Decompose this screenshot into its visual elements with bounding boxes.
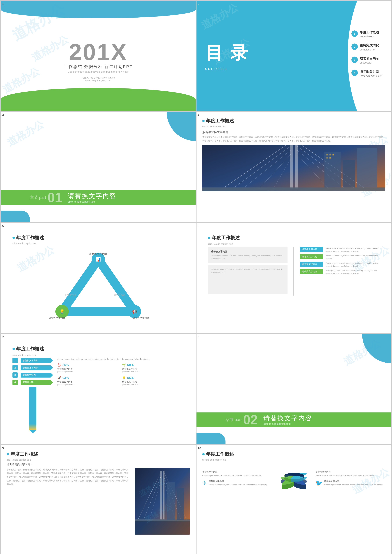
slide10-bird-text: 请替换文字内容 Please replacement, click and ad… bbox=[324, 480, 383, 486]
slide7-badge-2: 2 bbox=[13, 365, 18, 370]
slide1-reporter: 汇报人：道格办公 report person www.daogebangong.… bbox=[82, 76, 115, 82]
slide8-sub-text: click to add caption text bbox=[263, 422, 312, 426]
slide6-btn-1: 请替换文字内容 bbox=[300, 247, 323, 253]
slide2-item-text-3: 成功项目展示 successful bbox=[360, 56, 379, 65]
slide7-badge-1: 1 bbox=[13, 358, 18, 363]
slide7-right: please replace text, click and add text … bbox=[57, 358, 184, 430]
svg-text:💡: 💡 bbox=[59, 309, 64, 314]
svg-text:请替换文字内容: 请替换文字内容 bbox=[114, 294, 125, 296]
svg-text:📊: 📊 bbox=[96, 257, 101, 262]
slide6-row-2: 请替换文字内容 Please replacement, click and ad… bbox=[300, 254, 379, 260]
svg-rect-44 bbox=[135, 521, 190, 535]
slide-2: 2 道格办公 道格办公 目 录 contents 1 年度工作概述 annual… bbox=[196, 1, 391, 111]
slide6-blue-btn-2: 请替换文字内容 bbox=[300, 262, 323, 267]
slide6-left: 请替换文字内容 Please replacement, click and ad… bbox=[208, 247, 288, 296]
slide10-bird-icon: 🐦 bbox=[315, 480, 323, 487]
slide10-title: 年度工作概述 bbox=[206, 451, 234, 457]
slide1-en-subtitle: Job summary data analysis plan ppt in th… bbox=[68, 70, 128, 73]
slide7-list-row-3: 3 请替换文字内 bbox=[13, 372, 53, 378]
slide5-title: 年度工作概述 bbox=[16, 235, 44, 241]
slide3-wave-bl bbox=[1, 211, 30, 222]
slide7-icon-pct-row-2: 🌱 60% bbox=[122, 363, 134, 367]
slide2-item-text-1: 年度工作概述 annual work bbox=[360, 30, 379, 39]
slide6-green-btn-1: 请替换文字内容 bbox=[300, 254, 323, 259]
slide10-label-bird: 请替换文字内容 bbox=[324, 480, 383, 483]
slide4-image bbox=[202, 145, 385, 191]
slide4-body-title: 点击请替换文字内容 bbox=[202, 130, 385, 134]
slide8-green-bar: 章节 part 02 请替换文字内容 click to add caption … bbox=[196, 412, 391, 427]
slide7-icon-text-4: please replace text... bbox=[122, 383, 140, 386]
slide6-btn-3: 请替换文字内容 bbox=[300, 262, 323, 268]
slide6-box1-title: 请替换文字内容 bbox=[211, 250, 285, 254]
slide7-content: 1 请替换文字内容 2 请替换文字内容 3 请替换文字内 4 请替换文字 bbox=[7, 358, 190, 430]
slide8-part-label: 章节 part bbox=[225, 417, 242, 422]
slide2-item-3: 3 成功项目展示 successful bbox=[351, 56, 382, 65]
slide7-pct-3: 93% bbox=[63, 376, 69, 380]
slide7-icon-text-3: please replace text... bbox=[57, 383, 75, 386]
slide8-main-text: 请替换文字内容 bbox=[263, 414, 312, 422]
slide4-title: 年度工作概述 bbox=[206, 118, 234, 124]
slide9-click-text: 点击请替换文字内容： bbox=[7, 463, 190, 466]
slide1-wave-bottom bbox=[1, 88, 196, 111]
slide1-wave-top bbox=[1, 1, 196, 18]
slide6-green-btn-2: 请替换文字内容 bbox=[300, 269, 323, 274]
slide9-title-dot bbox=[7, 453, 9, 455]
slide7-icon-4: 💡 55% 请替换文字内容 please replace text... bbox=[122, 376, 184, 386]
slide7-icon-2: 🌱 60% 请替换文字内容 please replace text... bbox=[122, 363, 184, 373]
slide7-icon-3: 🚀 93% 请替换文字内容 please replace text... bbox=[57, 376, 119, 386]
slide1-year: 201X bbox=[69, 39, 128, 65]
slide8-wave-tr bbox=[362, 334, 391, 363]
slide7-icon-label-4: 请替换文字内容 bbox=[122, 380, 137, 383]
slide7-icons-grid: ⏰ 35% 请替换文字内容 please replace text... 🌱 6… bbox=[57, 363, 184, 386]
slide6-title: 年度工作概述 bbox=[212, 235, 240, 241]
slide6-row-4: 请替换文字内容 三请替换文字内容, click and add text hea… bbox=[300, 269, 379, 275]
slide5-title-bar: 年度工作概述 bbox=[7, 229, 190, 241]
slide8-part-num: 02 bbox=[243, 412, 258, 427]
slide2-circle-2: 2 bbox=[351, 43, 358, 50]
slide-number-1: 1 bbox=[2, 2, 4, 6]
svg-rect-18 bbox=[329, 154, 331, 156]
slide7-right-desc: please replace text, click and add text … bbox=[57, 358, 184, 360]
slide4-bridge-svg bbox=[202, 145, 385, 191]
slide6-row-3: 请替换文字内容 Please replacement, click and ad… bbox=[300, 262, 379, 268]
slide10-label-r1: 请替换文字内容 bbox=[315, 471, 385, 473]
slide3-wave-tr bbox=[167, 112, 196, 141]
slide7-list-row-1: 1 请替换文字内容 bbox=[13, 358, 53, 363]
slide10-label-plane: 请替换文字内容 bbox=[209, 480, 268, 483]
slide-number-3: 3 bbox=[2, 113, 4, 117]
slide10-left: 请替换文字内容 Please replacement, click and ad… bbox=[202, 471, 272, 490]
slide2-item-text-2: 亟待完成情况 completion of bbox=[360, 43, 379, 52]
slide6-btn-2: 请替换文字内容 bbox=[300, 254, 323, 260]
slide9-title: 年度工作概述 bbox=[10, 451, 38, 457]
slide4-body-text: 请替换文字内容，双击可编辑文字内容，请替换文字内容，双击可编辑文字内容，定击可编… bbox=[202, 135, 385, 142]
slide6-divider bbox=[293, 247, 294, 296]
svg-rect-16 bbox=[357, 148, 377, 187]
slide-number-4: 4 bbox=[198, 113, 199, 117]
slide5-triangle-svg: 📊 💡 📢 请替换文字内容 请替换文字内容 请替换文字内容 请替换文字内容 请替… bbox=[48, 251, 149, 323]
slide10-caption: click to add caption text bbox=[202, 459, 385, 461]
slide6-text-2: Please replacement, click and add text h… bbox=[325, 254, 379, 260]
slide10-body-bird: Please replacement, click and add text d… bbox=[324, 483, 383, 486]
slide6-row-1: 请替换文字内容 Please replacement, click and ad… bbox=[300, 247, 379, 253]
slide10-title-bar: 年度工作概述 bbox=[202, 451, 385, 457]
slide7-icon-1: ⏰ 35% 请替换文字内容 please replace text... bbox=[57, 363, 119, 373]
slide-9: 9 年度工作概述 click to add caption text 点击请替换… bbox=[1, 445, 196, 554]
slide7-list-row-2: 2 请替换文字内容 bbox=[13, 365, 53, 370]
slide7-arrow-btn-2: 请替换文字内容 bbox=[21, 365, 53, 370]
slide-10: 10 道格办公 年度工作概述 click to add caption text… bbox=[196, 445, 391, 554]
slide9-bridge-svg bbox=[135, 468, 190, 535]
svg-rect-21 bbox=[329, 157, 331, 158]
slide10-body-1: Please replacement, click and add text d… bbox=[202, 474, 272, 477]
slide10-pie-chart bbox=[278, 464, 310, 496]
svg-rect-2 bbox=[295, 145, 298, 188]
svg-rect-36 bbox=[163, 471, 164, 520]
slide6-title-dot bbox=[208, 237, 210, 239]
slide2-title-en: contents bbox=[205, 66, 249, 71]
slide7-icon-pct-row-3: 🚀 93% bbox=[57, 376, 69, 380]
slide-5: 5 道格办公 年度工作概述 click to add caption text … bbox=[1, 223, 196, 333]
slide10-label-1: 请替换文字内容 bbox=[202, 471, 272, 474]
slide4-caption: click to add caption text bbox=[202, 125, 385, 128]
slide10-body-plane: Please replacement, click and add text d… bbox=[209, 483, 268, 486]
slide-number-5: 5 bbox=[2, 224, 4, 228]
slide10-body-r1: Please replacement, click and add text d… bbox=[315, 474, 385, 477]
